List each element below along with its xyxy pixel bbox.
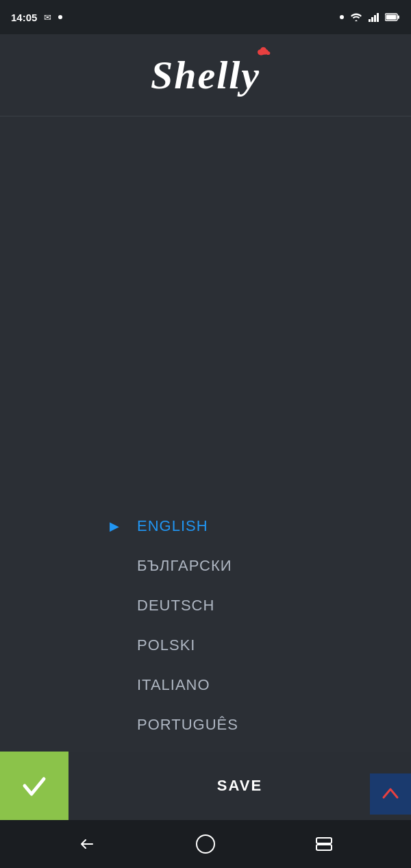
status-bar: 14:05 ✉ xyxy=(0,0,411,34)
svg-rect-11 xyxy=(316,838,332,843)
back-icon xyxy=(79,836,95,852)
battery-icon xyxy=(385,13,400,21)
status-time: 14:05 xyxy=(11,12,37,23)
nav-bar xyxy=(0,820,411,868)
svg-rect-12 xyxy=(316,845,332,850)
language-label: PORTUGUÊS xyxy=(137,716,238,734)
main-content: ▶ENGLISH▶БЪЛГАРСКИ▶DEUTSCH▶POLSKI▶ITALIA… xyxy=(0,116,411,752)
checkmark-icon xyxy=(19,771,49,801)
language-item-portuguese[interactable]: ▶PORTUGUÊS xyxy=(110,705,411,745)
save-button[interactable]: SAVE xyxy=(68,752,411,820)
dot-icon xyxy=(58,15,62,19)
svg-point-10 xyxy=(197,835,214,853)
language-label: ENGLISH xyxy=(137,517,208,535)
logo-text: Shelly xyxy=(151,53,260,97)
status-left: 14:05 ✉ xyxy=(11,12,62,23)
signal-icon xyxy=(369,12,379,22)
svg-rect-2 xyxy=(374,15,376,22)
status-icons-right xyxy=(340,12,400,22)
save-check-button[interactable] xyxy=(0,752,68,820)
language-item-italian[interactable]: ▶ITALIANO xyxy=(110,665,411,705)
recents-icon xyxy=(316,837,332,851)
logo-cloud-icon xyxy=(258,47,273,58)
dot-icon-right xyxy=(340,15,344,19)
svg-rect-5 xyxy=(398,16,400,19)
scroll-up-icon xyxy=(380,784,401,804)
svg-point-9 xyxy=(266,51,271,55)
language-label: POLSKI xyxy=(137,636,195,654)
back-button[interactable] xyxy=(73,830,101,858)
language-item-bulgarian[interactable]: ▶БЪЛГАРСКИ xyxy=(110,546,411,586)
language-item-polish[interactable]: ▶POLSKI xyxy=(110,625,411,665)
app-logo: Shelly xyxy=(151,52,260,98)
language-item-english[interactable]: ▶ENGLISH xyxy=(110,506,411,546)
svg-rect-1 xyxy=(371,17,373,22)
home-button[interactable] xyxy=(192,830,219,858)
svg-rect-6 xyxy=(386,15,397,20)
language-list: ▶ENGLISH▶БЪЛГАРСКИ▶DEUTSCH▶POLSKI▶ITALIA… xyxy=(0,506,411,745)
home-icon xyxy=(196,834,215,854)
app-header: Shelly xyxy=(0,34,411,116)
wifi-icon xyxy=(349,12,363,22)
svg-rect-3 xyxy=(377,13,379,22)
svg-rect-0 xyxy=(369,19,371,22)
language-item-deutsch[interactable]: ▶DEUTSCH xyxy=(110,586,411,625)
recents-button[interactable] xyxy=(310,830,338,858)
selected-arrow-icon: ▶ xyxy=(110,519,123,534)
language-label: ITALIANO xyxy=(137,676,210,694)
svg-point-8 xyxy=(259,51,264,55)
scroll-up-button[interactable] xyxy=(370,773,411,815)
language-label: DEUTSCH xyxy=(137,597,214,615)
language-label: БЪЛГАРСКИ xyxy=(137,557,232,575)
email-icon: ✉ xyxy=(44,12,51,23)
save-bar: SAVE xyxy=(0,752,411,820)
